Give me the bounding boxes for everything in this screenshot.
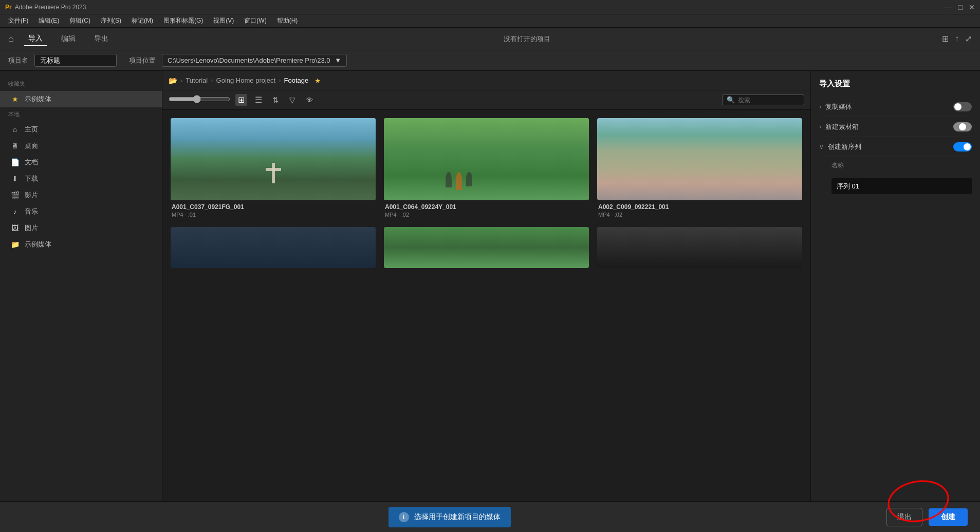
menu-graphics[interactable]: 图形和标题(G)	[159, 15, 207, 26]
menu-edit[interactable]: 编辑(E)	[34, 15, 63, 26]
project-title: 没有打开的项目	[123, 34, 932, 44]
top-toolbar: ⌂ 导入 编辑 导出 没有打开的项目 ⊞ ↑ ⤢	[0, 28, 980, 50]
main-area: 收藏夹 ★ 示例媒体 本地 ⌂ 主页 🖥 桌面 📄 文档 ⬇ 下载 🎬 影片 ♪…	[0, 71, 980, 501]
project-path-label: 项目位置	[129, 56, 156, 65]
share-icon[interactable]: ↑	[955, 34, 959, 44]
copy-media-toggle[interactable]	[953, 102, 972, 111]
copy-media-row: › 复制媒体	[819, 97, 972, 117]
filter-button[interactable]: ▽	[287, 94, 298, 106]
media-meta-1: MP4 · :02	[385, 212, 588, 218]
media-grid: A001_C037_0921FG_001 MP4 · :01	[162, 110, 810, 501]
new-bin-row: › 新建素材箱	[819, 117, 972, 137]
menu-sequence[interactable]: 序列(S)	[97, 15, 125, 26]
home-icon[interactable]: ⌂	[8, 33, 14, 44]
layout-icon[interactable]: ⊞	[942, 34, 949, 44]
media-thumb-1	[384, 118, 589, 200]
project-path-dropdown[interactable]: C:\Users\Lenovo\Documents\Adobe\Premiere…	[162, 54, 347, 67]
sidebar-item-favorites-media[interactable]: ★ 示例媒体	[0, 91, 162, 107]
project-name-label: 项目名	[8, 56, 28, 65]
minimize-button[interactable]: —	[945, 3, 952, 11]
media-card-4[interactable]	[384, 227, 589, 268]
menu-clip[interactable]: 剪辑(C)	[65, 15, 95, 26]
sidebar-item-music[interactable]: ♪ 音乐	[0, 203, 162, 220]
breadcrumb-going-home[interactable]: Going Home project	[216, 77, 276, 84]
svg-rect-1	[266, 168, 281, 171]
music-icon: ♪	[10, 207, 20, 216]
title-bar: Pr Adobe Premiere Pro 2023 — □ ✕	[0, 0, 980, 14]
copy-media-label: 复制媒体	[825, 102, 949, 111]
thumbnail-size-slider-container	[169, 95, 230, 105]
new-bin-label: 新建素材箱	[825, 122, 949, 131]
menu-bar: 文件(F) 编辑(E) 剪辑(C) 序列(S) 标记(M) 图形和标题(G) 视…	[0, 14, 980, 28]
media-card-3[interactable]	[171, 227, 376, 268]
new-sequence-chevron[interactable]: ∨	[819, 143, 824, 150]
grid-view-button[interactable]: ⊞	[235, 94, 247, 106]
copy-media-chevron[interactable]: ›	[819, 103, 821, 110]
menu-file[interactable]: 文件(F)	[4, 15, 32, 26]
media-thumb-4	[384, 227, 589, 268]
sidebar-item-label: 文档	[25, 158, 38, 167]
new-bin-toggle[interactable]	[953, 122, 972, 131]
media-name-2: A002_C009_092221_001	[598, 203, 801, 211]
menu-view[interactable]: 视图(V)	[209, 15, 238, 26]
breadcrumb-folder-icon[interactable]: 📂	[169, 77, 177, 85]
sidebar-item-sample-media[interactable]: 📁 示例媒体	[0, 236, 162, 253]
tab-import[interactable]: 导入	[24, 32, 47, 46]
file-browser: 📂 › Tutorial › Going Home project › Foot…	[162, 71, 810, 501]
svg-rect-0	[272, 163, 275, 183]
media-card-5[interactable]	[597, 227, 802, 268]
breadcrumb-star-icon[interactable]: ★	[315, 77, 321, 85]
tab-export[interactable]: 导出	[90, 32, 113, 46]
search-input[interactable]	[738, 97, 805, 104]
preview-button[interactable]: 👁	[303, 94, 316, 105]
settings-panel-title: 导入设置	[819, 79, 972, 89]
sidebar-item-label: 图片	[25, 223, 38, 233]
sidebar-item-documents[interactable]: 📄 文档	[0, 154, 162, 170]
new-bin-chevron[interactable]: ›	[819, 123, 821, 130]
project-name-input[interactable]	[34, 54, 117, 67]
sort-button[interactable]: ⇅	[270, 94, 282, 106]
new-sequence-row: ∨ 创建新序列	[819, 137, 972, 157]
breadcrumb-footage[interactable]: Footage	[284, 77, 309, 84]
exit-button[interactable]: 退出	[886, 508, 922, 526]
documents-icon: 📄	[10, 158, 20, 166]
media-card-2[interactable]: A002_C009_092221_001 MP4 · :02	[597, 118, 802, 219]
new-sequence-toggle[interactable]	[953, 142, 972, 151]
sidebar-item-downloads[interactable]: ⬇ 下载	[0, 170, 162, 187]
menu-marker[interactable]: 标记(M)	[127, 15, 157, 26]
sidebar-item-label: 桌面	[25, 141, 38, 150]
media-name-0: A001_C037_0921FG_001	[172, 203, 375, 211]
menu-window[interactable]: 窗口(W)	[240, 15, 270, 26]
tab-edit[interactable]: 编辑	[57, 32, 80, 46]
media-thumb-0	[171, 118, 376, 200]
fullscreen-icon[interactable]: ⤢	[965, 34, 972, 44]
window-controls: — □ ✕	[945, 3, 975, 11]
create-button[interactable]: 创建	[929, 508, 968, 526]
home-sidebar-icon: ⌂	[10, 125, 20, 134]
sidebar: 收藏夹 ★ 示例媒体 本地 ⌂ 主页 🖥 桌面 📄 文档 ⬇ 下载 🎬 影片 ♪…	[0, 71, 162, 501]
media-card-1[interactable]: A001_C064_09224Y_001 MP4 · :02	[384, 118, 589, 219]
breadcrumb-bar: 📂 › Tutorial › Going Home project › Foot…	[162, 71, 810, 90]
movies-icon: 🎬	[10, 191, 20, 199]
maximize-button[interactable]: □	[958, 3, 963, 11]
sidebar-item-pictures[interactable]: 🖼 图片	[0, 220, 162, 236]
close-button[interactable]: ✕	[969, 3, 975, 11]
list-view-button[interactable]: ☰	[252, 94, 265, 106]
thumbnail-size-slider[interactable]	[169, 95, 230, 103]
crumb-sep-0: ›	[180, 77, 182, 84]
sidebar-item-label: 示例媒体	[25, 240, 51, 249]
menu-help[interactable]: 帮助(H)	[273, 15, 302, 26]
info-icon: i	[399, 512, 409, 522]
bottom-button-group: 退出 创建	[886, 508, 968, 526]
breadcrumb-tutorial[interactable]: Tutorial	[186, 77, 208, 84]
local-section-label: 本地	[0, 107, 162, 121]
sequence-name-input[interactable]	[831, 178, 972, 194]
sidebar-item-home[interactable]: ⌂ 主页	[0, 121, 162, 138]
sidebar-item-movies[interactable]: 🎬 影片	[0, 187, 162, 203]
pictures-icon: 🖼	[10, 224, 20, 232]
info-message-text: 选择用于创建新项目的媒体	[414, 512, 501, 522]
sidebar-item-label: 下载	[25, 174, 38, 183]
sidebar-item-desktop[interactable]: 🖥 桌面	[0, 138, 162, 154]
crumb-sep-2: ›	[279, 77, 281, 84]
media-card-0[interactable]: A001_C037_0921FG_001 MP4 · :01	[171, 118, 376, 219]
